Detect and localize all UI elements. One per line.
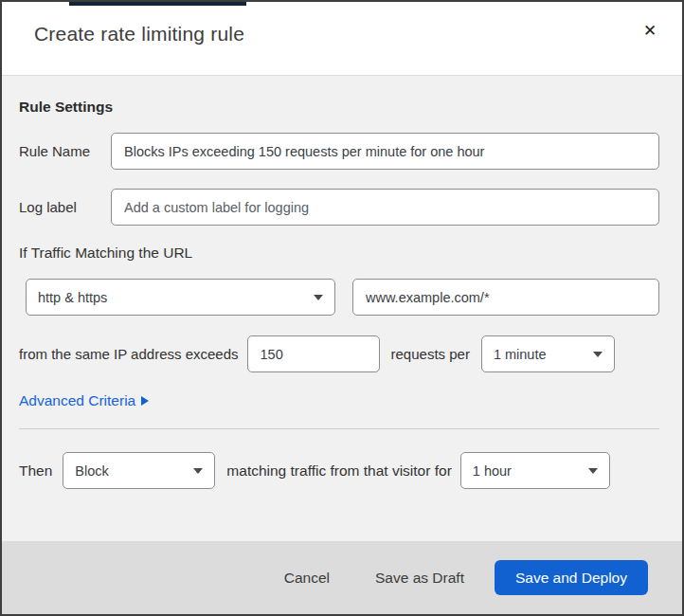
close-icon[interactable]: ✕ [637,17,663,44]
traffic-match-intro: If Traffic Matching the URL [19,245,659,262]
chevron-down-icon [593,352,603,357]
advanced-criteria-link[interactable]: Advanced Criteria [19,392,149,409]
action-select[interactable]: Block [63,452,215,489]
create-rate-limiting-rule-dialog: Create rate limiting rule ✕ Rule Setting… [0,0,684,616]
url-input[interactable] [352,279,659,316]
dialog-footer: Cancel Save as Draft Save and Deploy [2,541,682,614]
scheme-select-value: http & https [38,290,107,305]
chevron-down-icon [588,468,598,474]
scheme-select[interactable]: http & https [26,279,335,316]
advanced-criteria-label: Advanced Criteria [19,392,135,409]
threshold-input[interactable] [247,335,380,372]
chevron-down-icon [314,295,323,300]
dialog-title: Create rate limiting rule [34,23,244,45]
threshold-text: from the same IP address exceeds [19,346,239,362]
dialog-header: Create rate limiting rule ✕ [2,2,682,76]
duration-select-value: 1 hour [473,463,512,479]
action-select-value: Block [75,463,108,479]
then-row: Then Block matching traffic from that vi… [19,452,659,489]
period-select[interactable]: 1 minute [481,335,615,372]
rule-name-label: Rule Name [19,143,111,159]
chevron-down-icon [193,468,203,474]
scheme-url-row: http & https [26,279,659,316]
section-divider [19,428,659,429]
save-as-draft-button[interactable]: Save as Draft [371,562,468,594]
then-label: Then [19,462,52,480]
save-and-deploy-button[interactable]: Save and Deploy [495,560,648,595]
log-label-input[interactable] [111,189,659,226]
then-middle-text: matching traffic from that visitor for [226,462,451,480]
threshold-row: from the same IP address exceeds request… [19,335,659,372]
rule-settings-heading: Rule Settings [19,99,659,116]
log-label-row: Log label [19,189,659,226]
rule-name-input[interactable] [111,133,659,170]
expand-arrow-icon [141,396,149,406]
period-select-value: 1 minute [494,347,547,362]
log-label-label: Log label [19,199,111,215]
cancel-button[interactable]: Cancel [280,562,333,594]
dialog-body: Rule Settings Rule Name Log label If Tra… [2,76,682,541]
rule-name-row: Rule Name [19,133,659,170]
requests-per-text: requests per [391,346,470,362]
duration-select[interactable]: 1 hour [460,452,610,489]
top-accent-strip [69,2,246,6]
